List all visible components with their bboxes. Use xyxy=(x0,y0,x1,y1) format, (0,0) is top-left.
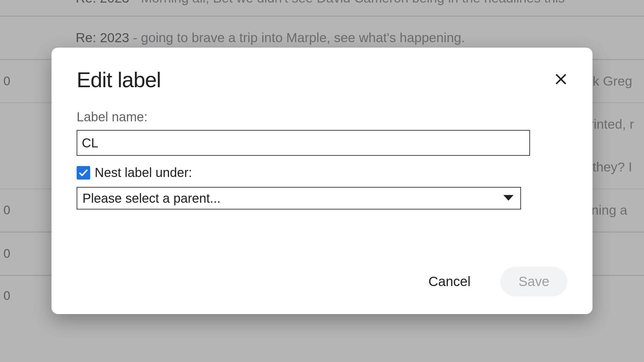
parent-select-value: Please select a parent... xyxy=(82,191,221,206)
parent-select[interactable]: Please select a parent... xyxy=(77,187,521,209)
save-button[interactable]: Save xyxy=(500,267,567,296)
nest-checkbox[interactable] xyxy=(77,166,90,180)
close-icon xyxy=(554,72,568,86)
dialog-title: Edit label xyxy=(77,68,161,92)
nest-label: Nest label under: xyxy=(95,165,192,180)
cancel-button[interactable]: Cancel xyxy=(413,267,486,296)
label-name-label: Label name: xyxy=(77,110,567,124)
label-name-input[interactable] xyxy=(77,130,530,156)
close-button[interactable] xyxy=(551,70,571,89)
checkmark-icon xyxy=(78,168,89,178)
edit-label-dialog: Edit label Label name: Nest label under:… xyxy=(52,48,592,314)
